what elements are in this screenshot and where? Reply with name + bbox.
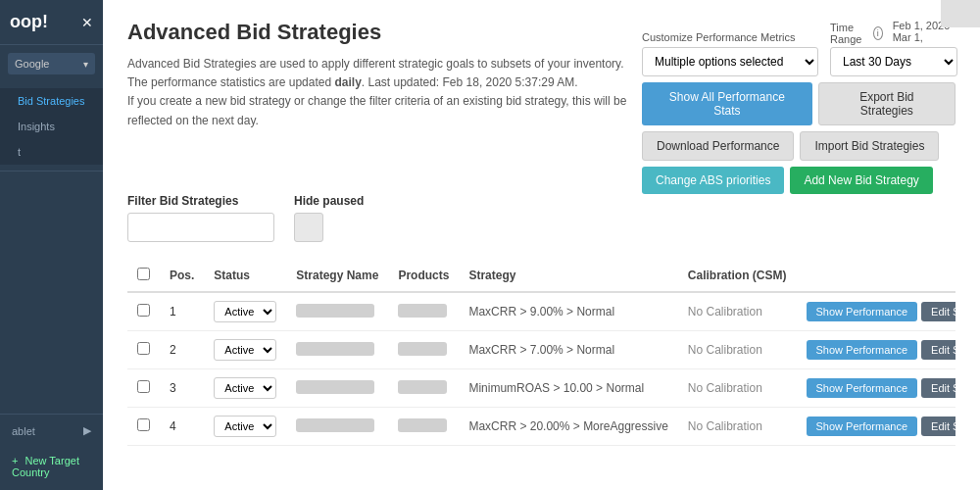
sidebar-header: oop! ✕ xyxy=(0,0,103,45)
hide-paused-toggle[interactable] xyxy=(294,213,323,242)
row-2-show-performance-button[interactable]: Show Performance xyxy=(807,340,918,360)
row-2-action-btns: Show Performance Edit Stra... xyxy=(807,340,956,360)
row-1-products-blurred xyxy=(398,304,447,318)
filter-section: Filter Bid Strategies Hide paused xyxy=(127,194,364,242)
row-3-calibration: No Calibration xyxy=(678,369,797,408)
sidebar-item-bid-strategies[interactable]: Bid Strategies xyxy=(0,88,103,114)
row-3-action-btns: Show Performance Edit Stra... xyxy=(807,378,956,398)
table-row: 4 Active MaxCRR > 20.00% > MoreAggressiv… xyxy=(127,408,956,446)
row-3-status-select[interactable]: Active xyxy=(214,377,276,399)
import-bid-strategies-button[interactable]: Import Bid Strategies xyxy=(800,131,939,161)
desc-line1: Advanced Bid Strategies are used to appl… xyxy=(127,55,642,74)
page-description: Advanced Bid Strategies are used to appl… xyxy=(127,55,642,130)
info-icon[interactable]: i xyxy=(873,26,883,40)
row-3-strategy-name-blurred xyxy=(296,380,374,394)
row-2-edit-strategy-button[interactable]: Edit Stra... xyxy=(921,340,956,360)
row-4-show-performance-button[interactable]: Show Performance xyxy=(807,416,918,436)
th-status: Status xyxy=(204,260,286,292)
row-1-calibration: No Calibration xyxy=(678,292,797,331)
row-3-strategy: MinimumROAS > 10.00 > Normal xyxy=(459,369,677,408)
th-pos: Pos. xyxy=(160,260,204,292)
time-range-label: Time Range xyxy=(830,22,869,45)
select-all-checkbox[interactable] xyxy=(137,268,150,280)
sidebar-target-country[interactable]: + New Target Country xyxy=(0,447,103,490)
row-4-calibration: No Calibration xyxy=(678,408,797,446)
metrics-group: Customize Performance Metrics Multiple o… xyxy=(642,31,818,76)
metrics-select[interactable]: Multiple options selected xyxy=(642,47,818,76)
row-1-strategy: MaxCRR > 9.00% > Normal xyxy=(459,292,677,331)
row-3-show-performance-button[interactable]: Show Performance xyxy=(807,378,918,398)
sidebar-item-insights[interactable]: Insights xyxy=(0,114,103,139)
th-checkbox xyxy=(127,260,160,292)
row-4-strategy-name-cell xyxy=(286,408,388,446)
timerange-group: Time Range i Feb 1, 2020 - Mar 1, Last 3… xyxy=(830,20,957,76)
row-2-actions: Show Performance Edit Stra... xyxy=(797,331,956,369)
row-4-status-cell: Active xyxy=(204,408,286,446)
row-1-edit-strategy-button[interactable]: Edit Stra... xyxy=(921,302,956,321)
hide-paused-label: Hide paused xyxy=(294,194,364,208)
row-3-actions: Show Performance Edit Stra... xyxy=(797,369,956,408)
row-3-edit-strategy-button[interactable]: Edit Stra... xyxy=(921,378,956,398)
row-2-status-select[interactable]: Active xyxy=(214,339,276,361)
row-4-pos: 4 xyxy=(160,408,204,446)
filter-label: Filter Bid Strategies xyxy=(127,194,274,208)
row-4-edit-strategy-button[interactable]: Edit Stra... xyxy=(921,416,956,436)
top-bar-decoration xyxy=(941,0,980,27)
row-2-strategy-name-cell xyxy=(286,331,388,369)
page-intro: Advanced Bid Strategies Advanced Bid Str… xyxy=(127,20,642,148)
show-all-performance-button[interactable]: Show All Performance Stats xyxy=(642,82,812,125)
row-1-actions: Show Performance Edit Stra... xyxy=(797,292,956,331)
row-2-calibration: No Calibration xyxy=(678,331,797,369)
sidebar-section-main: Bid Strategies Insights t xyxy=(0,82,103,172)
chevron-down-icon[interactable]: ▾ xyxy=(83,59,88,70)
row-4-products-cell xyxy=(388,408,459,446)
row-3-checkbox[interactable] xyxy=(137,380,150,393)
table-header: Pos. Status Strategy Name Products Strat… xyxy=(127,260,956,292)
row-2-checkbox[interactable] xyxy=(137,342,150,355)
desc-line2: The performance statistics are updated d… xyxy=(127,74,642,92)
filter-input[interactable] xyxy=(127,213,274,242)
row-4-checkbox[interactable] xyxy=(137,418,150,431)
page-title: Advanced Bid Strategies xyxy=(127,20,642,45)
th-strategy-name: Strategy Name xyxy=(286,260,388,292)
close-icon[interactable]: ✕ xyxy=(81,15,93,30)
sidebar-item-t[interactable]: t xyxy=(0,139,103,165)
row-4-strategy-name-blurred xyxy=(296,418,374,432)
table-body: 1 Active MaxCRR > 9.00% > Normal No Cali… xyxy=(127,292,956,446)
row-1-strategy-name-blurred xyxy=(296,304,374,318)
add-new-bid-strategy-button[interactable]: Add New Bid Strategy xyxy=(790,167,932,194)
row-1-checkbox[interactable] xyxy=(137,304,150,317)
table-wrapper: Pos. Status Strategy Name Products Strat… xyxy=(127,260,956,446)
row-1-action-btns: Show Performance Edit Stra... xyxy=(807,302,956,321)
export-bid-strategies-button[interactable]: Export Bid Strategies xyxy=(818,82,956,125)
change-abs-priorities-button[interactable]: Change ABS priorities xyxy=(642,167,784,194)
table-row: 1 Active MaxCRR > 9.00% > Normal No Cali… xyxy=(127,292,956,331)
hide-paused-section: Hide paused xyxy=(294,194,364,242)
row-1-show-performance-button[interactable]: Show Performance xyxy=(807,302,918,321)
table-row: 3 Active MinimumROAS > 10.00 > Normal No… xyxy=(127,369,956,408)
download-performance-button[interactable]: Download Performance xyxy=(642,131,794,161)
row-4-actions: Show Performance Edit Stra... xyxy=(797,408,956,446)
search-input[interactable] xyxy=(15,58,74,70)
sidebar-footer-item[interactable]: ablet ▶ xyxy=(0,414,103,447)
row-1-status-select[interactable]: Active xyxy=(214,301,276,322)
bid-strategies-table: Pos. Status Strategy Name Products Strat… xyxy=(127,260,956,446)
row-3-strategy-name-cell xyxy=(286,369,388,408)
sidebar-footer-label: ablet xyxy=(12,425,35,437)
row-checkbox-cell xyxy=(127,292,160,331)
main-content: Advanced Bid Strategies Advanced Bid Str… xyxy=(103,0,980,490)
row-checkbox-cell xyxy=(127,331,160,369)
row-4-products-blurred xyxy=(398,418,447,432)
sidebar: oop! ✕ ▾ Bid Strategies Insights t ablet… xyxy=(0,0,103,490)
row-4-action-btns: Show Performance Edit Stra... xyxy=(807,416,956,436)
timerange-label-row: Time Range i Feb 1, 2020 - Mar 1, xyxy=(830,20,957,47)
desc-line3: If you create a new bid strategy or chan… xyxy=(127,92,642,129)
row-3-products-cell xyxy=(388,369,459,408)
time-range-select[interactable]: Last 30 Days xyxy=(830,47,957,76)
th-strategy: Strategy xyxy=(459,260,677,292)
row-1-pos: 1 xyxy=(160,292,204,331)
th-products: Products xyxy=(388,260,459,292)
row-1-products-cell xyxy=(388,292,459,331)
row-4-strategy: MaxCRR > 20.00% > MoreAggressive xyxy=(459,408,677,446)
row-4-status-select[interactable]: Active xyxy=(214,416,276,437)
